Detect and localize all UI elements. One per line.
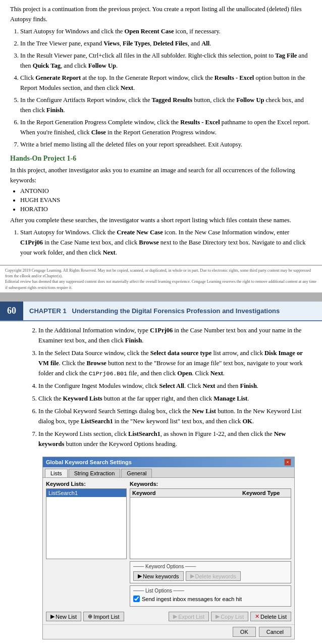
step-7: Write a brief memo listing all the delet… [20,139,312,150]
ms7-bold1: ListSearch1 [128,430,160,437]
steps-list: Start Autopsy for Windows and click the … [20,26,312,150]
chapter-title: Understanding the Digital Forensics Prof… [72,307,280,315]
after-keywords-text: After you complete these searches, the i… [10,215,312,225]
new-keywords-label: New keywords [143,573,179,579]
step4-bold2: Results - Excel [214,74,254,81]
step5-bold2: Follow Up [236,96,264,104]
ms4-bold3: Finish [240,382,257,389]
new-list-button[interactable]: ▶ New List [46,612,81,621]
top-section: This project is a continuation from the … [0,0,322,265]
new-list-icon: ▶ [50,613,55,620]
dialog-tab-lists[interactable]: Lists [45,469,68,477]
keyword-options-box: ─── Keyword Options ─── ▶ New keywords ▶… [130,561,291,583]
gray-separator [0,292,322,302]
import-list-button[interactable]: ⊕ Import List [83,612,124,621]
ms3-code1: C1Prj06.B01 [89,370,127,377]
step5-bold1: Tagged Results [152,96,192,104]
s2-bold2: C1Prj06 [20,239,43,246]
step-1: Start Autopsy for Windows and click the … [20,26,312,36]
step3-bold1: Tag File [275,52,297,59]
list-options-label: ─── List Options ─── [133,588,288,593]
listsearch1-item[interactable]: ListSearch1 [46,489,126,497]
s2-bold3: Browse [139,239,158,246]
import-list-icon: ⊕ [88,613,92,620]
main-step-3: In the Select Data Source window, click … [38,348,307,378]
intro-text: This project is a continuation from the … [10,4,312,24]
ms3-bold4: Open [177,370,192,377]
export-list-icon: ▶ [173,613,177,620]
step-6: In the Report Generation Progress Comple… [20,117,312,137]
keywords-panel: Keywords: Keyword Keyword Type ─── Keywo… [130,481,291,607]
dialog-ok-cancel-row: OK Cancel [43,624,294,639]
step-5: In the Configure Artifacts Report window… [20,95,312,115]
chapter-number: 60 [0,302,23,320]
send-ingest-checkbox[interactable] [133,596,140,602]
step3-bold2: Quick Tag [33,62,61,69]
ms4-bold1: Select All [159,382,184,389]
dialog-tabs: Lists String Extraction General [43,467,294,478]
ms6-bold3: OK [242,418,252,425]
chapter-header: 60 CHAPTER 1 Understanding the Digital F… [0,302,322,321]
step-4: Click Generate Report at the top. In the… [20,73,312,93]
export-list-label: Export List [178,614,204,620]
ms5-bold1: Keyword Lists [63,395,102,402]
list-options-box: ─── List Options ─── Send ingest inbox m… [130,585,291,607]
ms2-bold2: Finish [125,337,142,344]
chapter-title-text: CHAPTER 1 Understanding the Digital Fore… [23,303,286,319]
send-ingest-label: Send ingest inbox messages for each hit [142,596,242,602]
ms3-bold5: Next [210,370,223,377]
keyword-options-label: ─── Keyword Options ─── [133,564,288,569]
copy-list-button[interactable]: ▶ Copy List [211,612,248,621]
chapter-prefix: CHAPTER 1 [29,307,67,315]
step6-bold2: Close [91,129,106,136]
keyword-horatio: HORATIO [20,206,312,213]
ms3-bold3: Browse [86,360,106,367]
ms6-bold1: New List [192,408,216,415]
s2-bold1: Create New Case [117,229,163,236]
delete-keywords-icon: ▶ [190,573,194,579]
hands-on-intro: In this project, another investigator as… [10,165,312,185]
keyword-lists-panel: Keyword Lists: ListSearch1 [46,481,127,607]
copyright-line1: Copyright 2019 Cengage Learning. All Rig… [5,268,317,279]
main-step-4: In the Configure Ingest Modules window, … [38,381,307,391]
dialog-body: Keyword Lists: ListSearch1 Keywords: Key… [43,478,294,610]
delete-keywords-label: Delete keywords [195,573,236,579]
steps2-list: Start Autopsy for Windows. Click the Cre… [20,227,312,258]
ms3-bold1: Select data source type [150,350,212,357]
dialog-close-button[interactable]: × [284,459,291,466]
dialog-screenshot: Global Keyword Search Settings × Lists S… [42,457,295,639]
main-content: In the Additional Information window, ty… [0,321,322,644]
copy-list-label: Copy List [221,614,244,620]
keywords-list: ANTONIO HUGH EVANS HORATIO [20,187,312,213]
export-list-button[interactable]: ▶ Export List [169,612,209,621]
step2-bold4: All [201,40,209,47]
dialog-tab-general[interactable]: General [121,469,152,477]
new-keywords-button[interactable]: ▶ New keywords [133,571,184,581]
s2-bold4: Next [103,249,116,256]
ms6-bold2: ListSearch1 [81,418,113,425]
dialog-titlebar: Global Keyword Search Settings × [43,457,294,467]
copyright-line2: Editorial review has deemed that any sup… [5,279,317,290]
keyword-type-column-header: Keyword Type [240,489,291,497]
dialog-tab-string-extraction[interactable]: String Extraction [69,469,121,477]
step1-bold: Open Recent Case [125,28,174,35]
dialog-cancel-button[interactable]: Cancel [259,627,291,637]
hands-on-title: Hands-On Project 1-6 [10,155,312,163]
send-ingest-checkbox-row: Send ingest inbox messages for each hit [133,596,288,602]
main-step-5: Click the Keyword Lists button at the fa… [38,393,307,404]
step2-bold2: File Types [123,40,150,47]
ms2-bold1: C1Prj06 [150,327,173,334]
step2-bold1: Views [103,40,119,47]
delete-list-button[interactable]: ✕ Delete List [250,612,291,621]
dialog-title: Global Keyword Search Settings [46,459,132,465]
keyword-lists-listbox[interactable]: ListSearch1 [46,488,127,559]
step-3: In the Result Viewer pane, Ctrl+click al… [20,51,312,71]
delete-keywords-button[interactable]: ▶ Delete keywords [186,571,241,581]
ms5-bold2: Manage List [213,395,247,402]
keyword-antonio: ANTONIO [20,187,312,195]
copy-list-icon: ▶ [216,613,220,620]
ms7-bold2: New keywords [38,430,286,448]
main-steps-list: In the Additional Information window, ty… [30,325,307,449]
dialog-ok-button[interactable]: OK [233,627,256,637]
step6-bold1: Results - Excel [180,119,220,126]
